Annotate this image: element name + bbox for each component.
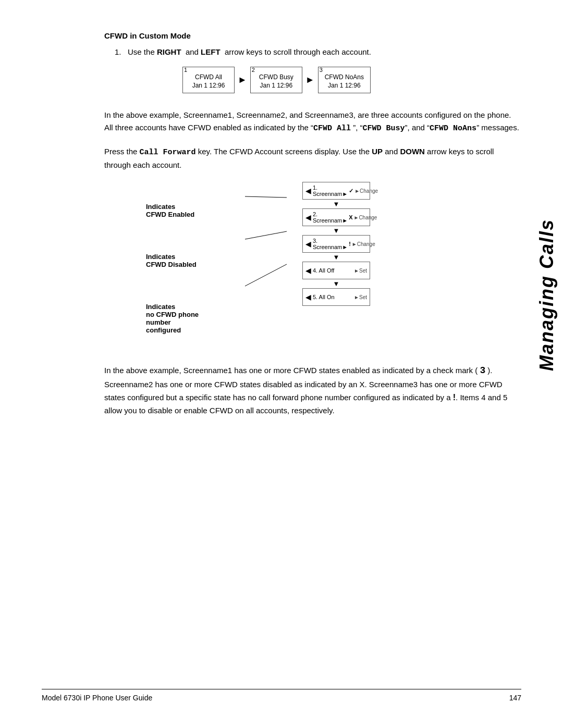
exclaim-symbol: !: [453, 393, 456, 402]
footer: Model 6730i IP Phone User Guide 147: [42, 689, 521, 702]
annotation-2: Indicates CFWD Disabled: [146, 253, 229, 268]
annotations-col: Indicates CFWD Enabled Indicates CFWD Di…: [146, 182, 229, 353]
svg-line-2: [245, 264, 287, 286]
screen-label-2: CFWD BusyJan 1 12:96: [257, 73, 296, 90]
step-number: 1.: [115, 47, 126, 56]
phone-screen-3: ◀ 3. Screennam► ! ►Change: [302, 235, 370, 253]
phone-screen-5: ◀ 5. All On ►Set: [302, 288, 370, 306]
ps2-left: ◀: [305, 213, 311, 221]
ann3-sub: no CFWD phonenumberconfigured: [146, 311, 229, 334]
ann2-sub: CFWD Disabled: [146, 261, 229, 268]
arrow-2: ►: [305, 75, 315, 85]
check-symbol: 3: [480, 365, 485, 376]
footer-right: 147: [509, 694, 521, 702]
cfwd-diagram-wrapper: Indicates CFWD Enabled Indicates CFWD Di…: [146, 182, 521, 353]
ps3-indicator: !: [349, 241, 351, 247]
ps3-right: ►Change: [352, 241, 375, 247]
paragraph-3: In the above example, Screenname1 has on…: [104, 363, 521, 416]
arrow-down-1: ▼: [333, 200, 340, 208]
svg-line-0: [245, 196, 287, 198]
phone-screen-4: ◀ 4. All Off ►Set: [302, 262, 370, 279]
arrow-1: ►: [238, 75, 247, 85]
right-key: RIGHT: [157, 47, 181, 56]
up-key: UP: [372, 147, 383, 156]
ps1-left: ◀: [305, 187, 311, 195]
screen-label-3: CFWD NoAnsJan 1 12:96: [325, 73, 364, 90]
footer-left: Model 6730i IP Phone User Guide: [42, 694, 152, 702]
paragraph-1: In the above example, Screenname1, Scree…: [104, 109, 521, 135]
ann2-title: Indicates: [146, 253, 229, 261]
annotation-1: Indicates CFWD Enabled: [146, 203, 229, 218]
ps4-right: ►Set: [354, 268, 367, 274]
screen-row-4: ◀ 4. All Off ►Set: [302, 262, 370, 279]
screen-label-1: CFWD AllJan 1 12:96: [189, 73, 228, 90]
screen-diagram: 1 CFWD AllJan 1 12:96 ► 2 CFWD BusyJan 1…: [182, 67, 443, 93]
phone-screen-2: ◀ 2. Screennam► X ►Change: [302, 208, 370, 226]
ann1-title: Indicates: [146, 203, 229, 211]
screen-row-2: ◀ 2. Screennam► X ►Change: [302, 208, 370, 226]
ps1-indicator: ✓: [349, 188, 353, 194]
ps2-indicator: X: [349, 214, 352, 220]
screen-box-3: 3 CFWD NoAnsJan 1 12:96: [318, 67, 371, 93]
connector-svg: [245, 182, 287, 349]
screen-row-5: ◀ 5. All On ►Set: [302, 288, 370, 306]
left-key: LEFT: [201, 47, 221, 56]
cfwd-all-ref: CFWD All: [313, 124, 351, 133]
screen-row-3: ◀ 3. Screennam► ! ►Change: [302, 235, 370, 253]
screen-box-1: 1 CFWD AllJan 1 12:96: [182, 67, 235, 93]
call-forward-key: Call Forward: [140, 148, 196, 157]
down-key: DOWN: [400, 147, 425, 156]
section-title: CFWD in Custom Mode: [104, 31, 521, 40]
ps2-content: 2. Screennam►: [313, 211, 348, 224]
step1: 1. Use the RIGHT and LEFT arrow keys to …: [104, 47, 521, 56]
screen-row-1: ◀ 1. Screennam► ✓ ►Change: [302, 182, 370, 200]
ps4-content: 4. All Off: [313, 267, 354, 274]
ann3-title: Indicates: [146, 303, 229, 311]
page-container: CFWD in Custom Mode 1. Use the RIGHT and…: [0, 0, 563, 728]
screens-col: ◀ 1. Screennam► ✓ ►Change ▼ ◀ 2. Screenn…: [302, 182, 370, 353]
screen-num-1: 1: [184, 67, 187, 73]
ann1-sub: CFWD Enabled: [146, 211, 229, 218]
arrow-down-3: ▼: [333, 253, 340, 261]
screen-box-2: 2 CFWD BusyJan 1 12:96: [250, 67, 302, 93]
connector-lines: [245, 182, 287, 349]
ps5-right: ►Set: [354, 294, 367, 300]
svg-line-1: [245, 231, 287, 239]
cfwd-noans-ref: CFWD NoAns: [430, 124, 476, 133]
ps5-content: 5. All On: [313, 294, 354, 300]
ps3-left: ◀: [305, 240, 311, 248]
arrow-down-4: ▼: [333, 280, 340, 288]
paragraph-2: Press the Call Forward key. The CFWD Acc…: [104, 145, 521, 171]
cfwd-busy-ref: CFWD Busy: [363, 124, 405, 133]
screen-num-2: 2: [252, 67, 255, 73]
annotation-3: Indicates no CFWD phonenumberconfigured: [146, 303, 229, 334]
ps3-content: 3. Screennam►: [313, 238, 348, 250]
arrow-down-2: ▼: [333, 227, 340, 235]
ps1-right: ►Change: [354, 188, 378, 194]
ps5-left: ◀: [305, 293, 311, 301]
sidebar-title: Managing Calls: [531, 208, 563, 381]
ps4-left: ◀: [305, 266, 311, 275]
ps2-right: ►Change: [353, 215, 377, 220]
ps1-content: 1. Screennam►: [313, 184, 348, 197]
screen-num-3: 3: [320, 67, 323, 73]
phone-screen-1: ◀ 1. Screennam► ✓ ►Change: [302, 182, 370, 200]
